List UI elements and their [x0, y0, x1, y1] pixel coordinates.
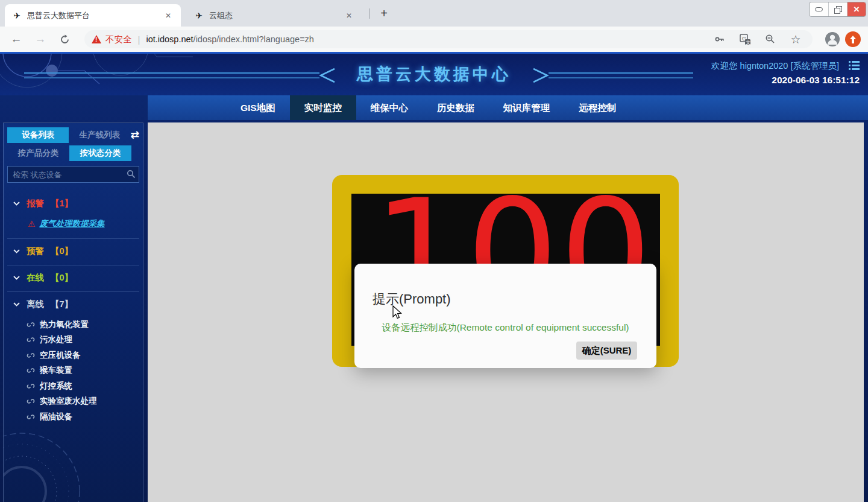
translate-button[interactable]: G 文: [739, 33, 751, 45]
tab-by-status[interactable]: 按状态分类: [69, 145, 131, 161]
group-warning-header[interactable]: 预警 【0】: [8, 246, 138, 257]
url-domain: iot.idosp.net: [146, 34, 193, 44]
tab-by-product[interactable]: 按产品分类: [7, 145, 69, 161]
group-warning: 预警 【0】: [7, 239, 139, 265]
alarm-warning-icon: ⚠: [28, 219, 36, 229]
back-button[interactable]: ←: [8, 31, 24, 47]
current-datetime: 2020-06-03 16:51:12: [772, 75, 860, 86]
device-label: 污水处理: [40, 334, 72, 345]
alarm-device-link[interactable]: 废气处理数据采集: [40, 218, 105, 229]
tab-main[interactable]: ✈ 思普云大数据平台 ✕: [5, 4, 181, 27]
device-label: 实验室废水处理: [40, 396, 97, 407]
url-separator: |: [138, 34, 140, 45]
minimize-icon: [815, 7, 823, 11]
tab-close-icon[interactable]: ✕: [344, 10, 354, 21]
reload-icon: [60, 34, 70, 45]
tab-divider: [369, 8, 370, 19]
device-item[interactable]: 实验室废水处理: [8, 394, 138, 410]
url-bar[interactable]: 不安全 | iot.idosp.net /idosp/index.html?la…: [84, 30, 813, 48]
dialog-message: 设备远程控制成功(Remote control of equipment suc…: [354, 322, 656, 334]
restore-icon: [834, 6, 841, 13]
group-alarm-header[interactable]: 报警 【1】: [8, 198, 138, 209]
browser-update-button[interactable]: [845, 31, 861, 47]
key-icon: [714, 34, 725, 45]
device-item[interactable]: 灯控系统: [8, 378, 138, 394]
radar-decoration: [3, 419, 118, 502]
status-tree: 报警 【1】 ⚠ 废气处理数据采集 预警 【0】: [7, 191, 139, 433]
close-icon: ✕: [854, 5, 860, 13]
list-menu-icon: [849, 60, 860, 70]
dialog-title: 提示(Prompt): [373, 290, 451, 308]
group-alarm: 报警 【1】 ⚠ 废气处理数据采集: [7, 191, 139, 239]
window-restore-button[interactable]: [828, 2, 847, 16]
tab-device-list[interactable]: 设备列表: [7, 127, 69, 143]
nav-item-knowledge-base[interactable]: 知识库管理: [489, 95, 565, 120]
nav-item-remote-control[interactable]: 远程控制: [564, 95, 631, 120]
tab-secondary[interactable]: ✈ 云组态 ✕: [187, 4, 362, 27]
chevron-down-icon: [13, 202, 20, 206]
broken-link-icon: [27, 351, 35, 360]
tab-title: 思普云大数据平台: [27, 10, 163, 21]
alarm-device-item[interactable]: ⚠ 废气处理数据采集: [28, 218, 138, 229]
mouse-cursor: [392, 305, 403, 320]
window-minimize-button[interactable]: [810, 2, 828, 16]
broken-link-icon: [27, 397, 35, 405]
tab-title: 云组态: [209, 10, 344, 21]
device-label: 空压机设备: [40, 350, 81, 361]
device-item[interactable]: 空压机设备: [8, 348, 138, 363]
svg-text:文: 文: [746, 39, 750, 45]
group-label: 预警: [27, 246, 44, 257]
translate-icon: G 文: [740, 34, 751, 45]
user-role: [系统管理员]: [790, 61, 839, 71]
profile-button[interactable]: [825, 31, 840, 47]
password-key-button[interactable]: [714, 33, 726, 45]
webpage: 思普云大数据中心 欢迎您 hignton2020 [系统管理员] 2020-06…: [0, 52, 868, 502]
user-menu-button[interactable]: [849, 60, 860, 72]
browser-toolbar: ← → 不安全 | iot.idosp.net /idosp/index.htm…: [0, 27, 868, 52]
forward-button[interactable]: →: [33, 31, 48, 47]
browser-tab-bar: ✈ 思普云大数据平台 ✕ ✈ 云组态 ✕ + ✕: [0, 0, 868, 27]
device-label: 热力氧化装置: [40, 319, 89, 330]
zoom-button[interactable]: [764, 33, 776, 45]
device-item[interactable]: 猴车装置: [8, 363, 138, 379]
window-controls: ✕: [809, 2, 866, 17]
chevron-down-icon: [13, 302, 20, 307]
confirm-button[interactable]: 确定(SURE): [576, 342, 637, 360]
zoom-out-icon: [765, 34, 776, 45]
swap-icon[interactable]: ⇄: [131, 130, 139, 140]
nav-item-realtime-monitor[interactable]: 实时监控: [290, 95, 356, 120]
group-online: 在线 【0】: [7, 265, 139, 292]
group-offline: 离线 【7】 热力氧化装置 污水处理: [7, 292, 139, 433]
device-sidebar: 设备列表 生产线列表 ⇄ 按产品分类 按状态分类: [3, 122, 143, 502]
reload-button[interactable]: [57, 31, 72, 47]
tab-production-line-list[interactable]: 生产线列表: [69, 127, 130, 143]
group-label: 报警: [27, 198, 44, 209]
offline-device-list: 热力氧化装置 污水处理 空压机设备 猴车装置: [8, 317, 138, 425]
group-count: 【7】: [51, 299, 73, 310]
broken-link-icon: [27, 366, 35, 375]
device-label: 猴车装置: [40, 365, 72, 376]
device-item[interactable]: 热力氧化装置: [8, 317, 138, 332]
chevron-down-icon: [13, 249, 20, 253]
group-online-header[interactable]: 在线 【0】: [8, 272, 138, 284]
security-label: 不安全: [105, 34, 132, 45]
search-icon[interactable]: [127, 170, 136, 181]
site-header: 思普云大数据中心 欢迎您 hignton2020 [系统管理员] 2020-06…: [0, 54, 868, 95]
nav-item-maintenance-center[interactable]: 维保中心: [356, 95, 423, 120]
tab-close-icon[interactable]: ✕: [163, 10, 174, 21]
avatar-icon: [825, 31, 840, 47]
group-offline-header[interactable]: 离线 【7】: [8, 299, 138, 310]
screen: ✈ 思普云大数据平台 ✕ ✈ 云组态 ✕ + ✕ ← → 不安全: [0, 0, 868, 502]
window-close-button[interactable]: ✕: [847, 2, 866, 16]
tab-favicon-icon: ✈: [12, 11, 22, 21]
classify-tabs: 按产品分类 按状态分类: [7, 145, 139, 161]
nav-item-gis-map[interactable]: GIS地图: [226, 95, 290, 120]
main-nav: GIS地图 实时监控 维保中心 历史数据 知识库管理 远程控制: [148, 95, 868, 120]
device-item[interactable]: 污水处理: [8, 332, 138, 348]
arrow-up-icon: [849, 36, 857, 43]
search-input[interactable]: [7, 166, 139, 183]
new-tab-button[interactable]: +: [376, 6, 392, 22]
bookmark-button[interactable]: ☆: [790, 33, 802, 45]
nav-item-history-data[interactable]: 历史数据: [423, 95, 489, 120]
tab-favicon-icon: ✈: [194, 11, 204, 21]
